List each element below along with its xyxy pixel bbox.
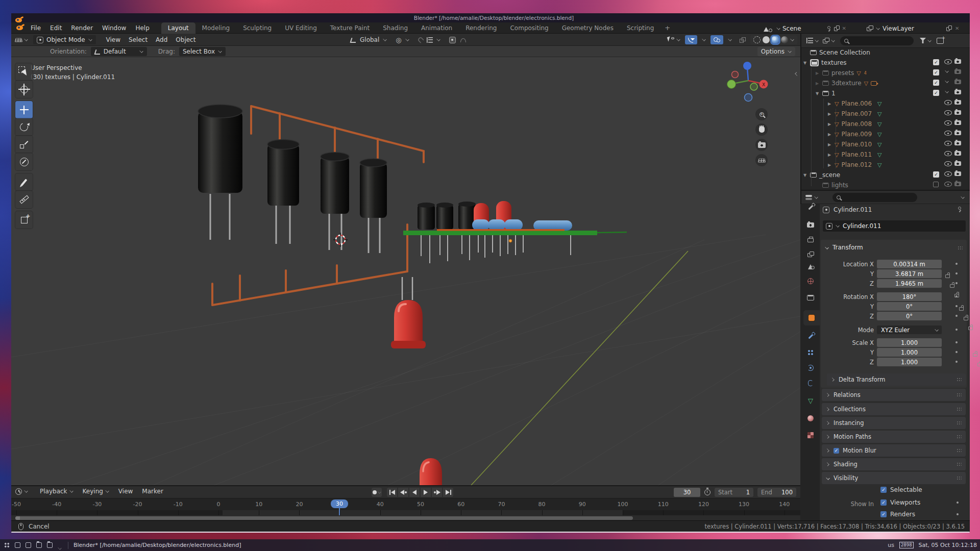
tool-annotate-button[interactable]: [15, 173, 33, 191]
arrow-down-icon[interactable]: [58, 543, 63, 548]
camera-icon[interactable]: [954, 90, 961, 94]
taskbar-clock[interactable]: Sat, 05 Oct 10:12:18: [919, 542, 977, 548]
chevron-down-icon[interactable]: [814, 195, 818, 199]
checkbox-checked-icon[interactable]: ✓: [933, 80, 939, 86]
copy-viewlayer-icon[interactable]: [946, 26, 952, 32]
prev-keyframe-button[interactable]: [398, 488, 408, 497]
play-reverse-button[interactable]: [409, 488, 420, 497]
transform-panel-header[interactable]: Transform: [825, 244, 863, 251]
workspace-tab-scripting[interactable]: Scripting: [620, 22, 660, 34]
workspace-tab-modeling[interactable]: Modeling: [195, 22, 237, 34]
chevron-down-icon[interactable]: [927, 39, 932, 43]
transform-field-y[interactable]: 1.000: [877, 348, 942, 357]
copy-scene-icon[interactable]: [834, 26, 840, 32]
camera-icon[interactable]: [954, 59, 961, 64]
menu-edit[interactable]: Edit: [45, 22, 66, 34]
selectable-row[interactable]: ✓ Selectable: [880, 486, 922, 493]
chevron-down-icon[interactable]: [436, 38, 440, 42]
eye-icon[interactable]: [944, 161, 952, 166]
checkbox-checked-icon[interactable]: ✓: [933, 171, 939, 178]
tool-transform-button[interactable]: [15, 153, 33, 170]
properties-tab-tool[interactable]: [801, 199, 820, 215]
animate-dot[interactable]: [957, 513, 959, 515]
eye-icon[interactable]: [944, 100, 952, 105]
drag-handle-dots[interactable]: [958, 246, 963, 250]
workspace-tab-rendering[interactable]: Rendering: [459, 22, 503, 34]
chevron-down-icon[interactable]: [961, 195, 965, 199]
properties-tab-material[interactable]: [801, 411, 820, 426]
snap-settings-icon[interactable]: [427, 37, 433, 43]
overlays-button[interactable]: [710, 35, 723, 44]
disclosure-open-icon[interactable]: ▼: [802, 61, 807, 65]
outliner-row-1[interactable]: ▼1: [815, 88, 836, 98]
disclosure-open-icon[interactable]: ▼: [802, 173, 807, 178]
unlock-icon[interactable]: [977, 363, 980, 366]
outliner-row-3dtexture[interactable]: ▶3dtexture▽: [815, 78, 877, 88]
proportional-editing-icon[interactable]: [449, 37, 456, 43]
camera-disabled-icon[interactable]: [954, 182, 961, 186]
workspace-tab-shading[interactable]: Shading: [376, 22, 414, 34]
viewports-checkbox[interactable]: ✓: [880, 499, 887, 506]
tool-scale-button[interactable]: [15, 136, 33, 153]
section-delta-transform[interactable]: Delta Transform: [827, 373, 966, 386]
unlock-icon[interactable]: [964, 317, 968, 320]
breadcrumb-object-name[interactable]: Cylinder.011: [834, 206, 872, 213]
files-icon-1[interactable]: [36, 542, 42, 548]
disclosure-closed-icon[interactable]: ▶: [827, 122, 832, 127]
timeline-editor-icon[interactable]: [15, 488, 22, 495]
timeline-menu-keying[interactable]: Keying: [78, 488, 114, 495]
show-object-types-button[interactable]: [665, 35, 683, 44]
options-button[interactable]: Options: [757, 47, 795, 56]
eye-icon[interactable]: [944, 59, 952, 64]
properties-tab-render[interactable]: [801, 217, 820, 233]
next-keyframe-button[interactable]: [432, 488, 442, 497]
properties-tab-modifiers[interactable]: [801, 329, 820, 344]
chevron-down-icon[interactable]: [383, 38, 387, 42]
workspace-icon-1[interactable]: [15, 542, 20, 548]
animate-dot[interactable]: [955, 341, 958, 343]
stopwatch-icon[interactable]: [704, 489, 710, 495]
properties-tab-particles[interactable]: [801, 345, 820, 360]
timeline-menu-playback[interactable]: Playback: [35, 488, 78, 495]
workspace-tab-geometry-nodes[interactable]: Geometry Nodes: [555, 22, 620, 34]
xray-toggle[interactable]: [737, 35, 749, 44]
blender-menu-icon[interactable]: [16, 26, 23, 30]
animate-dot[interactable]: [955, 305, 958, 307]
timeline-menu-marker[interactable]: Marker: [137, 488, 167, 495]
properties-tab-collection[interactable]: [801, 290, 820, 305]
editor-type-icon[interactable]: [15, 38, 22, 42]
pan-hand-button[interactable]: [755, 123, 768, 136]
viewport-menu-object[interactable]: Object: [172, 36, 200, 43]
ortho-grid-button[interactable]: [755, 154, 768, 166]
keyboard-layout-indicator[interactable]: us: [888, 542, 894, 548]
disclosure-closed-icon[interactable]: ▶: [827, 142, 832, 147]
eye-icon[interactable]: [944, 110, 952, 115]
filter-funnel-icon[interactable]: [920, 38, 926, 43]
properties-tab-physics[interactable]: [801, 360, 820, 375]
transform-field-rotation-x[interactable]: 180°: [877, 292, 942, 301]
viewlayer-selector[interactable]: ViewLayer ✕: [867, 24, 959, 33]
taskbar-window-button[interactable]: Blender* [/home/amalie/Desktop/blender/e…: [74, 542, 241, 548]
chevron-down-icon[interactable]: [405, 38, 409, 42]
menu-help[interactable]: Help: [131, 22, 154, 34]
eye-closed-icon[interactable]: [945, 80, 949, 84]
scene-selector[interactable]: Scene ✕: [764, 24, 846, 33]
section-relations[interactable]: Relations: [822, 389, 966, 401]
animate-dot[interactable]: [955, 315, 958, 317]
section-visibility[interactable]: Visibility: [822, 472, 966, 484]
unlock-icon[interactable]: [950, 284, 954, 288]
files-icon-2[interactable]: [47, 542, 53, 548]
disclosure-closed-icon[interactable]: ▶: [827, 132, 832, 137]
viewport-menu-add[interactable]: Add: [152, 36, 172, 43]
animate-dot[interactable]: [955, 295, 958, 297]
jump-to-end-button[interactable]: [443, 488, 453, 497]
tool-move-button[interactable]: [15, 101, 33, 118]
chevron-down-icon[interactable]: [831, 39, 835, 43]
overlays-dropdown[interactable]: [725, 35, 735, 44]
jump-to-start-button[interactable]: [387, 488, 397, 497]
outliner-display-mode-icon[interactable]: [806, 38, 813, 43]
pivot-point-icon[interactable]: ◎: [396, 37, 401, 43]
workspace-tab-texture-paint[interactable]: Texture Paint: [324, 22, 376, 34]
object-name-field[interactable]: Cylinder.011: [823, 220, 966, 232]
add-workspace-button[interactable]: +: [660, 24, 674, 32]
